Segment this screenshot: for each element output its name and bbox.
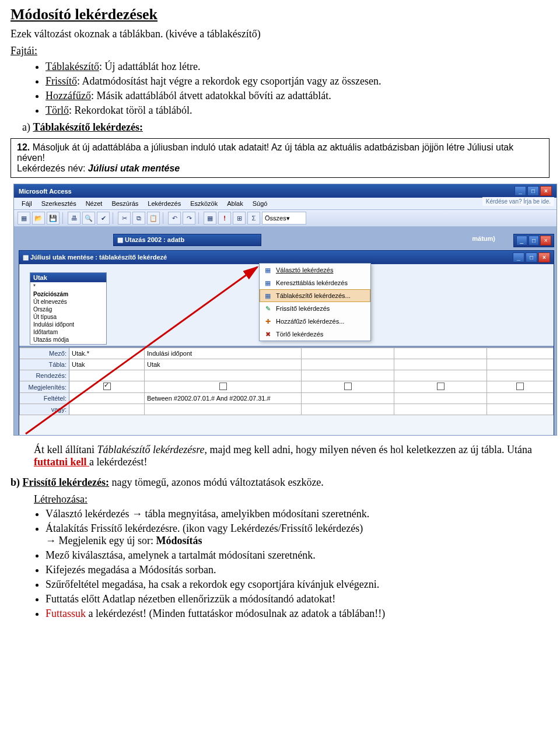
grid-cell[interactable]: [145, 370, 302, 381]
field-item[interactable]: Út elnevezés: [30, 298, 106, 306]
show-checkbox[interactable]: [69, 381, 145, 393]
table-row: vagy:: [20, 404, 554, 415]
spell-icon[interactable]: ✔: [97, 212, 110, 225]
checkbox-icon: [219, 383, 227, 390]
grid-cell[interactable]: [487, 393, 554, 404]
append-query-icon: ✚: [263, 317, 272, 326]
paste-icon[interactable]: 📋: [147, 212, 160, 225]
field-item[interactable]: Ország: [30, 306, 106, 313]
grid-cell[interactable]: [145, 404, 302, 415]
close-button[interactable]: ×: [540, 186, 552, 196]
menu-view[interactable]: Nézet: [82, 199, 107, 208]
menu-insert[interactable]: Beszúrás: [107, 199, 142, 208]
grid-cell[interactable]: Between #2002.07.01.# And #2002.07.31.#: [145, 393, 302, 404]
grid-cell[interactable]: [487, 359, 554, 370]
menu-edit[interactable]: Szerkesztés: [37, 199, 80, 208]
grid-row-label: Rendezés:: [20, 370, 69, 381]
grid-cell[interactable]: Utak: [145, 359, 302, 370]
section-b-heading: b) Frissítő lekérdezés: nagy tömegű, azo…: [10, 476, 550, 489]
db-close-button[interactable]: ×: [540, 236, 551, 246]
menu-query[interactable]: Lekérdezés: [144, 199, 185, 208]
grid-cell[interactable]: [487, 404, 554, 415]
show-checkbox[interactable]: [145, 381, 302, 393]
qry-min-button[interactable]: _: [513, 252, 524, 262]
field-item[interactable]: Utazás módja: [30, 336, 106, 343]
dd-append-query[interactable]: ✚ Hozzáfűző lekérdezés...: [260, 315, 370, 328]
query-upper-pane[interactable]: Utak * Pozíciószám Út elnevezés Ország Ú…: [19, 264, 554, 348]
grid-cell[interactable]: [302, 348, 394, 359]
dd-maketable-query[interactable]: ▦ Táblakészítő lekérdezés...: [260, 289, 370, 302]
access-screenshot: Microsoft Access _ □ × Fájl Szerkesztés …: [13, 184, 557, 436]
query-window-title: ▦ Júliusi utak mentése : táblakészítő le…: [19, 251, 554, 264]
show-table-icon[interactable]: ⊞: [233, 212, 246, 225]
dd-delete-query[interactable]: ✖ Törlő lekérdezés: [260, 328, 370, 341]
show-checkbox[interactable]: [302, 381, 394, 393]
field-list[interactable]: * Pozíciószám Út elnevezés Ország Út típ…: [30, 282, 106, 344]
grid-cell[interactable]: [487, 370, 554, 381]
field-item[interactable]: Indulási időpont: [30, 321, 106, 328]
grid-cell[interactable]: [302, 404, 394, 415]
field-item[interactable]: Út típusa: [30, 313, 106, 321]
grid-cell[interactable]: [69, 370, 145, 381]
list-item: Frissítő: Adatmódosítást hajt végre a re…: [46, 75, 550, 87]
open-icon[interactable]: 📂: [32, 212, 45, 225]
dd-update-query[interactable]: ✎ Frissítő lekérdezés: [260, 302, 370, 315]
grid-cell[interactable]: [69, 404, 145, 415]
show-checkbox[interactable]: [487, 381, 554, 393]
new-doc-icon[interactable]: ▦: [18, 212, 30, 225]
minimize-button[interactable]: _: [514, 186, 526, 196]
grid-cell[interactable]: [302, 393, 394, 404]
grid-cell[interactable]: Utak.*: [69, 348, 145, 359]
menu-tools[interactable]: Eszközök: [186, 199, 222, 208]
table-row: Feltétel: Between #2002.07.01.# And #200…: [20, 393, 554, 404]
dd-crosstab-query[interactable]: ▦ Kereszttáblás lekérdezés: [260, 276, 370, 289]
select-query-icon: ▦: [263, 265, 272, 275]
grid-cell[interactable]: Utak: [69, 359, 145, 370]
table-row: Tábla: Utak Utak: [20, 359, 554, 370]
ask-question-box[interactable]: Kérdése van? Írja be ide.: [482, 197, 554, 206]
run-icon[interactable]: !: [218, 212, 231, 225]
print-preview-icon[interactable]: 🔍: [82, 212, 95, 225]
query-type-dropdown: ▦ Választó lekérdezés ▦ Kereszttáblás le…: [259, 263, 371, 341]
menu-bar: Fájl Szerkesztés Nézet Beszúrás Lekérdez…: [14, 198, 556, 210]
qry-max-button[interactable]: □: [526, 252, 537, 262]
menu-window[interactable]: Ablak: [223, 199, 247, 208]
redo-icon[interactable]: ↷: [183, 212, 195, 225]
grid-cell[interactable]: [69, 393, 145, 404]
crosstab-query-icon: ▦: [263, 278, 272, 287]
grid-cell[interactable]: [487, 348, 554, 359]
field-item[interactable]: Időtartam: [30, 328, 106, 336]
maximize-button[interactable]: □: [527, 186, 539, 196]
print-icon[interactable]: 🖶: [68, 212, 80, 225]
grid-cell[interactable]: Indulási időpont: [145, 348, 302, 359]
undo-icon[interactable]: ↶: [168, 212, 181, 225]
field-item[interactable]: *: [30, 283, 106, 290]
totals-icon[interactable]: Σ: [247, 212, 260, 225]
grid-cell[interactable]: [302, 370, 394, 381]
db-max-button[interactable]: □: [528, 236, 540, 246]
grid-cell[interactable]: [394, 393, 487, 404]
copy-icon[interactable]: ⧉: [132, 212, 145, 225]
table-row: Megjelenítés:: [20, 381, 554, 393]
source-table-box[interactable]: Utak * Pozíciószám Út elnevezés Ország Ú…: [30, 272, 107, 345]
save-icon[interactable]: 💾: [47, 212, 60, 225]
qry-close-button[interactable]: ×: [538, 252, 550, 262]
query-type-icon[interactable]: ▦: [204, 212, 216, 225]
grid-row-label: Feltétel:: [20, 393, 69, 404]
query-design-grid[interactable]: Mező: Utak.* Indulási időpont Tábla: Uta…: [19, 348, 554, 415]
field-item[interactable]: Pozíciószám: [30, 290, 106, 298]
cut-icon[interactable]: ✂: [118, 212, 131, 225]
toolbar: ▦ 📂 💾 🖶 🔍 ✔ ✂ ⧉ 📋 ↶ ↷ ▦ ! ⊞ Σ Összes ▾: [14, 210, 556, 227]
grid-cell[interactable]: [302, 359, 394, 370]
grid-cell[interactable]: [394, 370, 487, 381]
show-checkbox[interactable]: [394, 381, 487, 393]
grid-cell[interactable]: [394, 348, 487, 359]
grid-cell[interactable]: [394, 404, 487, 415]
db-min-button[interactable]: _: [516, 236, 527, 246]
dd-select-query[interactable]: ▦ Választó lekérdezés: [260, 264, 370, 276]
menu-file[interactable]: Fájl: [18, 199, 36, 208]
type-list: Táblakészítő: Új adattáblát hoz létre. F…: [46, 61, 550, 117]
menu-help[interactable]: Súgó: [249, 199, 272, 208]
return-all-combo[interactable]: Összes ▾: [262, 212, 306, 225]
grid-cell[interactable]: [394, 359, 487, 370]
